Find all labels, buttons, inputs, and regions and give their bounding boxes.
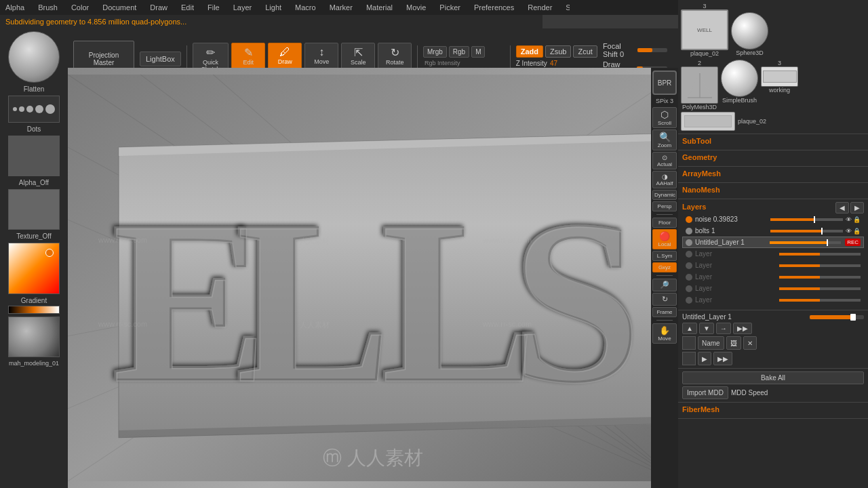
focal-shift-toolbar-slider[interactable]	[637, 48, 667, 52]
menu-preferences[interactable]: Preferences	[471, 2, 517, 13]
zsub-button[interactable]: Zsub	[545, 45, 571, 58]
layer-icon-btn[interactable]	[682, 336, 696, 350]
plaque-02-bottom-label: plaque_02	[738, 118, 766, 125]
menu-material[interactable]: Material	[363, 2, 395, 13]
layer-noise-slider[interactable]	[770, 218, 843, 221]
layer-bolts-eye[interactable]: 👁	[846, 228, 852, 235]
alpha-preview[interactable]	[8, 136, 60, 176]
layer-empty-3-slider[interactable]	[779, 276, 861, 279]
menu-file[interactable]: File	[205, 2, 222, 13]
layer-empty-2[interactable]: Layer	[682, 260, 864, 271]
layer-down-btn[interactable]: ▼	[699, 323, 714, 334]
layer-bolts-lock[interactable]: 🔒	[853, 228, 861, 235]
layer-morph-btn[interactable]	[682, 352, 696, 365]
aahalf-button[interactable]: ◑ AAHalf	[652, 171, 677, 188]
m-button[interactable]: M	[471, 46, 485, 58]
layer-empty-1[interactable]: Layer	[682, 248, 864, 260]
projection-master-button[interactable]: Projection Master	[73, 41, 134, 70]
arraymesh-title[interactable]: ArrayMesh	[682, 169, 864, 178]
layer-morph-right-btn[interactable]: ▶	[698, 352, 711, 365]
canvas-3d-view[interactable]: E L L S E L L S www.rr-sc.com 人人素材 www.r…	[68, 68, 678, 488]
canvas-area[interactable]: E L L S E L L S www.rr-sc.com 人人素材 www.r…	[68, 68, 678, 488]
mrgb-button[interactable]: Mrgb	[423, 46, 447, 58]
layer-del-btn[interactable]: ✕	[743, 336, 757, 350]
persp-button[interactable]: Persp	[652, 201, 677, 211]
geometry-title[interactable]: Geometry	[682, 153, 864, 161]
actual-button[interactable]: ⊙ Actual	[652, 152, 677, 169]
menu-picker[interactable]: Picker	[437, 2, 463, 13]
zoom-button[interactable]: 🔍 Zoom	[652, 129, 677, 150]
layer-noise-lock[interactable]: 🔒	[853, 216, 861, 223]
layer-img-btn[interactable]: 🖼	[726, 336, 741, 350]
fibermesh-title[interactable]: FiberMesh	[682, 405, 864, 413]
layer-empty-5[interactable]: Layer	[682, 294, 864, 306]
layer-empty-1-slider[interactable]	[779, 253, 861, 256]
move-tool-button[interactable]: ✋ Move	[652, 323, 677, 344]
zadd-button[interactable]: Zadd	[516, 45, 543, 58]
menu-draw[interactable]: Draw	[147, 2, 170, 13]
dynamic-button[interactable]: Dynamic	[652, 190, 677, 200]
subtool-title[interactable]: SubTool	[682, 137, 864, 145]
layer-morph-far-btn[interactable]: ▶▶	[713, 352, 732, 365]
selected-layer-slider[interactable]	[810, 315, 864, 319]
color-picker[interactable]	[8, 243, 60, 294]
layer-right-btn[interactable]: →	[716, 323, 731, 334]
menu-render[interactable]: Render	[525, 2, 555, 13]
menu-layer[interactable]: Layer	[231, 2, 255, 13]
menu-movie[interactable]: Movie	[403, 2, 429, 13]
menu-macro[interactable]: Macro	[292, 2, 319, 13]
brush-dots-preview[interactable]	[8, 96, 60, 123]
rgb-button[interactable]: Rgb	[449, 46, 469, 58]
plaque-02-bottom-thumb[interactable]	[681, 112, 735, 131]
layers-left-btn[interactable]: ◀	[835, 202, 849, 214]
material-ball[interactable]	[8, 317, 60, 357]
layer-empty-4[interactable]: Layer	[682, 283, 864, 294]
layers-right-btn[interactable]: ▶	[850, 202, 864, 214]
polymesh3d-thumb[interactable]	[681, 66, 718, 104]
layer-empty-3[interactable]: Layer	[682, 271, 864, 283]
lightbox-button[interactable]: LightBox	[140, 52, 181, 66]
layer-noise-eye[interactable]: 👁	[846, 216, 852, 223]
layer-bolts[interactable]: bolts 1 👁 🔒	[682, 225, 864, 237]
zcut-button[interactable]: Zcut	[573, 45, 597, 58]
scroll-button[interactable]: ⬡ Scroll	[652, 107, 677, 128]
layer-empty-5-slider[interactable]	[779, 299, 861, 302]
menu-light[interactable]: Light	[262, 2, 284, 13]
menu-alpha[interactable]: Alpha	[3, 2, 27, 13]
layer-bolts-slider[interactable]	[770, 230, 843, 232]
import-mdd-button[interactable]: Import MDD	[682, 386, 728, 399]
material-preview[interactable]	[8, 31, 60, 83]
layer-empty-2-slider[interactable]	[779, 264, 861, 267]
floor-button[interactable]: Floor	[652, 218, 677, 228]
edit-icon: ✎	[244, 46, 253, 59]
plaque-02-thumb[interactable]: WELL	[681, 9, 728, 50]
texture-preview[interactable]	[8, 189, 60, 230]
layer-empty-4-slider[interactable]	[779, 287, 861, 290]
layer-far-right-btn[interactable]: ▶▶	[733, 323, 752, 334]
working-thumb[interactable]	[761, 66, 798, 87]
simplebrush-thumb[interactable]	[721, 60, 758, 97]
menu-color[interactable]: Color	[68, 2, 92, 13]
layer-untitled-slider[interactable]	[770, 241, 842, 244]
menu-brush[interactable]: Brush	[35, 2, 60, 13]
layers-title[interactable]: Layers	[682, 203, 706, 211]
layer-untitled[interactable]: Untitled_Layer 1 REC	[682, 237, 864, 248]
frame-button[interactable]: Frame	[652, 307, 677, 317]
menu-edit[interactable]: Edit	[178, 2, 197, 13]
menu-marker[interactable]: Marker	[327, 2, 355, 13]
local-button[interactable]: 🔴 Local	[652, 229, 677, 249]
right-panel: 3 WELL plaque_02 Sphere3D 2 PolyMesh3D	[678, 0, 868, 488]
layer-name-btn[interactable]: Name	[698, 336, 724, 350]
layer-noise[interactable]: noise 0.39823 👁 🔒	[682, 214, 864, 225]
gxyz-button[interactable]: Gxyz	[652, 262, 677, 272]
bake-all-button[interactable]: Bake All	[682, 371, 864, 384]
search-icon[interactable]: 🔎	[652, 279, 677, 291]
gradient-bar[interactable]	[8, 306, 60, 314]
sphere3d-thumb[interactable]	[731, 12, 768, 49]
menu-document[interactable]: Document	[100, 2, 139, 13]
layer-up-btn[interactable]: ▲	[682, 323, 697, 334]
rotate-icon[interactable]: ↻	[652, 293, 677, 306]
bpr-button[interactable]: BPR	[652, 70, 677, 95]
nanomesh-title[interactable]: NanoMesh	[682, 186, 864, 194]
lsym-button[interactable]: L.Sym	[652, 251, 677, 261]
